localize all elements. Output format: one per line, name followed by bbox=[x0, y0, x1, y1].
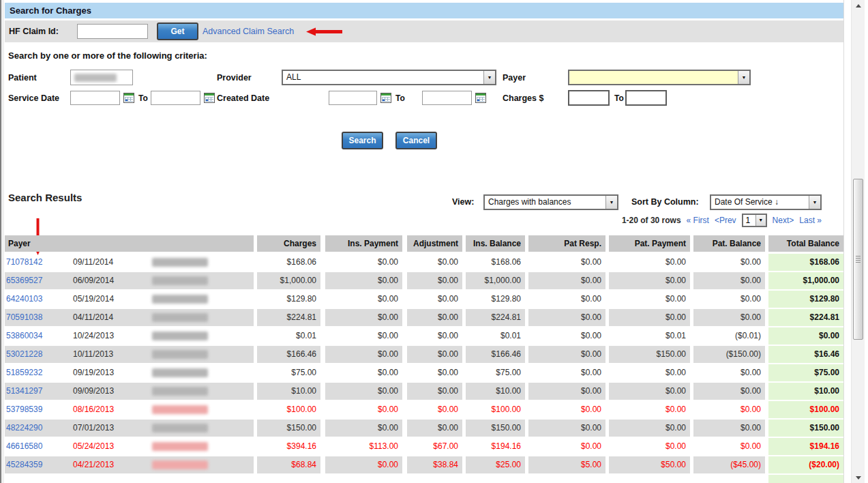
panel-right-border bbox=[843, 0, 844, 483]
service-date-label: Service Date bbox=[8, 93, 59, 103]
sort-by-select[interactable]: Date Of Service ↓ ▼ bbox=[710, 194, 822, 210]
pagination-first-link[interactable]: « First bbox=[687, 216, 709, 225]
search-button[interactable]: Search bbox=[342, 132, 383, 149]
get-button[interactable]: Get bbox=[157, 23, 198, 40]
service-date-value: 04/11/2014 bbox=[73, 309, 148, 326]
table-row: 6536952706/09/2014$1,000.00$0.00$0.00$1,… bbox=[5, 272, 843, 289]
pat-balance-cell: ($0.01) bbox=[693, 327, 765, 345]
pat-balance-cell: $0.00 bbox=[693, 401, 765, 418]
chevron-down-icon[interactable]: ▼ bbox=[755, 215, 766, 226]
created-date-to-input[interactable] bbox=[422, 91, 472, 105]
charges-cell: $166.46 bbox=[257, 346, 320, 363]
chevron-down-icon[interactable]: ▼ bbox=[483, 71, 495, 84]
calendar-icon[interactable] bbox=[204, 93, 215, 103]
claim-id-link[interactable]: 48224290 bbox=[5, 420, 73, 437]
payer-name-redacted bbox=[152, 405, 208, 414]
payer-cell: 5302122810/11/2013 bbox=[5, 346, 254, 363]
claim-id-link[interactable]: 46616580 bbox=[5, 438, 73, 455]
service-date-value: 08/16/2013 bbox=[73, 401, 148, 418]
column-header-adjustment: Adjustment bbox=[407, 235, 462, 252]
service-date-value: 09/09/2013 bbox=[73, 383, 148, 400]
table-row: 5185923209/19/2013$75.00$0.00$0.00$75.00… bbox=[5, 364, 843, 381]
claim-id-link[interactable]: 45284359 bbox=[5, 456, 73, 473]
claim-id-link[interactable]: 65369527 bbox=[5, 272, 73, 289]
page-number-select[interactable]: 1 ▼ bbox=[742, 214, 767, 227]
results-table: Payer Charges Ins. Payment Adjustment In… bbox=[5, 235, 843, 483]
chevron-down-icon[interactable]: ▼ bbox=[738, 71, 749, 84]
claim-id-link[interactable]: 53860034 bbox=[5, 327, 73, 345]
table-body: 7107814209/11/2014$168.06$0.00$0.00$168.… bbox=[5, 254, 843, 483]
service-date-to-input[interactable] bbox=[151, 91, 200, 105]
pat-resp-cell: $0.00 bbox=[528, 346, 605, 363]
claim-id-link[interactable]: 53021228 bbox=[5, 346, 73, 363]
row-count-summary: 1-20 of 30 rows bbox=[622, 216, 681, 225]
payer-name-redacted bbox=[152, 387, 208, 396]
pat-resp-cell: $5.00 bbox=[528, 456, 605, 473]
calendar-icon[interactable] bbox=[475, 93, 486, 103]
claim-id-link[interactable]: 70591038 bbox=[5, 309, 73, 326]
scrollbar-up-arrow[interactable] bbox=[852, 0, 865, 12]
payer-cell: 4661658005/24/2013 bbox=[5, 438, 254, 455]
pat-resp-cell: $0.00 bbox=[528, 272, 605, 289]
pat-balance-cell: $0.00 bbox=[693, 438, 765, 455]
claim-id-link[interactable]: 53798539 bbox=[5, 401, 73, 418]
advanced-claim-search-link[interactable]: Advanced Claim Search bbox=[203, 27, 294, 36]
table-row: 4661658005/24/2013$394.16$113.00$67.00$1… bbox=[5, 438, 843, 455]
cancel-button[interactable]: Cancel bbox=[395, 132, 437, 149]
ins-balance-cell: $129.80 bbox=[466, 291, 525, 308]
column-header-total-balance: Total Balance bbox=[768, 235, 843, 252]
payer-cell: 6424010305/19/2014 bbox=[5, 291, 254, 308]
created-date-from-input[interactable] bbox=[329, 91, 377, 105]
adjustment-cell: $0.00 bbox=[407, 309, 462, 326]
created-date-to-label: To bbox=[395, 93, 405, 103]
pagination-next-link[interactable]: Next> bbox=[773, 216, 794, 225]
scrollbar-thumb[interactable] bbox=[853, 179, 863, 340]
claim-id-link[interactable]: 51859232 bbox=[5, 364, 73, 381]
calendar-icon[interactable] bbox=[380, 93, 391, 103]
charges-to-label: To bbox=[614, 93, 624, 103]
total-balance-cell: $150.00 bbox=[768, 420, 843, 437]
total-balance-cell: $168.06 bbox=[768, 254, 843, 271]
calendar-icon[interactable] bbox=[123, 93, 134, 103]
ins-balance-cell: $75.00 bbox=[466, 364, 525, 381]
charges-cell: $1,000.00 bbox=[257, 272, 320, 289]
pat-balance-cell: ($150.00) bbox=[693, 346, 765, 363]
payer-select[interactable]: ▼ bbox=[568, 70, 751, 85]
pat-payment-cell: $150.00 bbox=[609, 346, 690, 363]
pat-payment-cell: $0.01 bbox=[609, 327, 690, 345]
charges-to-input[interactable] bbox=[625, 90, 667, 106]
vertical-scrollbar[interactable] bbox=[851, 0, 865, 483]
pagination-last-link[interactable]: Last » bbox=[799, 216, 822, 225]
charges-from-input[interactable] bbox=[568, 90, 610, 106]
claim-id-link[interactable]: 64240103 bbox=[5, 291, 73, 308]
claim-id-link[interactable]: 71078142 bbox=[5, 254, 73, 271]
pat-payment-cell: $0.00 bbox=[609, 420, 690, 437]
charges-cell: $10.00 bbox=[257, 383, 320, 400]
pagination-prev-link[interactable]: <Prev bbox=[715, 216, 736, 225]
pat-resp-cell: $0.00 bbox=[528, 420, 605, 437]
pat-payment-cell: $0.00 bbox=[609, 291, 690, 308]
provider-select[interactable]: ALL ▼ bbox=[282, 70, 496, 85]
chevron-down-icon[interactable]: ▼ bbox=[809, 196, 820, 209]
hf-claim-id-input[interactable] bbox=[77, 24, 148, 39]
pat-payment-cell: $0.00 bbox=[609, 364, 690, 381]
chevron-down-icon[interactable]: ▼ bbox=[605, 196, 617, 209]
pat-resp-cell: $0.00 bbox=[528, 383, 605, 400]
pat-payment-cell: $0.00 bbox=[609, 383, 690, 400]
column-header-pat-balance: Pat. Balance bbox=[693, 235, 765, 252]
pat-resp-cell: $0.00 bbox=[528, 254, 605, 271]
service-date-value: 06/09/2014 bbox=[73, 272, 148, 289]
claim-id-link[interactable]: 51341297 bbox=[5, 383, 73, 400]
adjustment-cell: $0.00 bbox=[407, 420, 462, 437]
service-date-to-label: To bbox=[138, 93, 148, 103]
service-date-from-input[interactable] bbox=[70, 91, 120, 105]
scrollbar-down-arrow[interactable] bbox=[852, 471, 865, 483]
provider-label: Provider bbox=[217, 73, 252, 83]
claim-lookup-bar: HF Claim Id: Get Advanced Claim Search bbox=[5, 20, 843, 42]
view-select[interactable]: Charges with balances ▼ bbox=[483, 194, 618, 210]
pat-resp-cell: $0.00 bbox=[528, 401, 605, 418]
sort-by-column-label: Sort By Column: bbox=[631, 197, 699, 207]
patient-label: Patient bbox=[8, 73, 37, 83]
patient-input[interactable] bbox=[70, 70, 133, 85]
pat-payment-cell: $0.00 bbox=[609, 254, 690, 271]
